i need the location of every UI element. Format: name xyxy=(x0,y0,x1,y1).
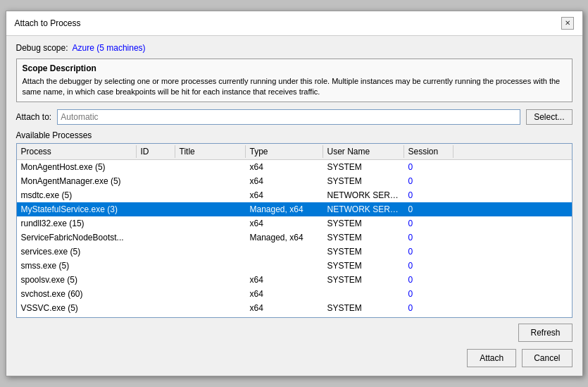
table-cell: x64 xyxy=(246,302,323,314)
table-row[interactable]: msdtc.exe (5)x64NETWORK SERVICE0 xyxy=(17,188,572,202)
cancel-button[interactable]: Cancel xyxy=(522,349,572,367)
table-cell xyxy=(175,175,246,188)
table-cell: svchost.exe (60) xyxy=(17,288,137,300)
table-cell: 0 xyxy=(404,316,453,317)
table-cell: MonAgentHost.exe (5) xyxy=(17,161,137,173)
table-cell xyxy=(137,161,175,173)
table-cell: 0 xyxy=(404,245,453,258)
table-row[interactable]: MyStatefulService.exe (3)Managed, x64NET… xyxy=(17,202,572,216)
table-cell: MyStatefulService.exe (3) xyxy=(17,203,137,216)
table-cell xyxy=(137,288,175,300)
table-cell: 0 xyxy=(404,203,453,216)
table-row[interactable]: rundll32.exe (15)x64SYSTEM0 xyxy=(17,216,572,231)
table-row[interactable]: MonAgentHost.exe (5)x64SYSTEM0 xyxy=(17,160,572,174)
table-cell: msdtc.exe (5) xyxy=(17,189,137,202)
bottom-buttons: Attach Cancel xyxy=(16,349,573,367)
table-cell xyxy=(246,245,323,258)
debug-scope-value: Azure (5 machines) xyxy=(73,43,146,53)
title-bar: Attach to Process ✕ xyxy=(6,11,582,36)
table-cell: SYSTEM xyxy=(323,175,404,188)
table-cell xyxy=(175,161,246,173)
table-row[interactable]: services.exe (5)SYSTEM0 xyxy=(17,245,572,259)
table-row[interactable]: VSSVC.exe (5)x64SYSTEM0 xyxy=(17,301,572,315)
table-cell: NETWORK SERVICE xyxy=(323,189,404,202)
table-body[interactable]: MonAgentHost.exe (5)x64SYSTEM0MonAgentMa… xyxy=(17,160,572,317)
col-username[interactable]: User Name xyxy=(323,145,404,158)
table-cell xyxy=(137,274,175,286)
col-title[interactable]: Title xyxy=(175,145,246,158)
col-id[interactable]: ID xyxy=(137,145,175,158)
table-cell: rundll32.exe (15) xyxy=(17,217,137,230)
table-cell: 0 xyxy=(404,217,453,230)
table-cell: SYSTEM xyxy=(323,316,404,317)
available-processes-label: Available Processes xyxy=(16,130,573,140)
dialog-body: Debug scope: Azure (5 machines) Scope De… xyxy=(6,36,582,376)
attach-to-process-dialog: Attach to Process ✕ Debug scope: Azure (… xyxy=(6,11,583,377)
process-table: Process ID Title Type User Name Session … xyxy=(16,143,573,318)
table-cell: 0 xyxy=(404,302,453,314)
table-cell: SYSTEM xyxy=(323,231,404,244)
table-cell xyxy=(137,316,175,317)
col-session[interactable]: Session xyxy=(404,145,453,158)
table-cell: NETWORK SERVICE xyxy=(323,203,404,216)
table-cell xyxy=(175,217,246,230)
table-cell: 0 xyxy=(404,175,453,188)
table-cell: Managed, x64 xyxy=(246,203,323,216)
scope-description-title: Scope Description xyxy=(23,63,566,73)
debug-scope-label: Debug scope: xyxy=(16,43,68,53)
table-cell: smss.exe (5) xyxy=(17,259,137,272)
table-cell: 0 xyxy=(404,231,453,244)
table-cell: 0 xyxy=(404,161,453,173)
table-row[interactable]: smss.exe (5)SYSTEM0 xyxy=(17,259,572,273)
table-cell: VSSVC.exe (5) xyxy=(17,302,137,314)
table-cell xyxy=(137,217,175,230)
table-cell: x64 xyxy=(246,274,323,286)
table-cell: WaAppAgent.exe (5) xyxy=(17,316,137,317)
scope-description-box: Scope Description Attach the debugger by… xyxy=(16,59,573,103)
table-cell: MonAgentManager.exe (5) xyxy=(17,175,137,188)
table-cell: 0 xyxy=(404,259,453,272)
table-cell: SYSTEM xyxy=(323,161,404,173)
table-cell xyxy=(175,245,246,258)
attach-to-input[interactable] xyxy=(57,109,520,125)
table-row[interactable]: WaAppAgent.exe (5)Managed, x64SYSTEM0 xyxy=(17,315,572,317)
table-cell xyxy=(137,259,175,272)
table-row[interactable]: MonAgentManager.exe (5)x64SYSTEM0 xyxy=(17,174,572,188)
table-cell xyxy=(323,288,404,300)
scope-description-text: Attach the debugger by selecting one or … xyxy=(23,76,566,98)
close-button[interactable]: ✕ xyxy=(561,17,574,30)
table-cell xyxy=(175,316,246,317)
col-scrollbar-spacer xyxy=(453,145,465,158)
table-cell xyxy=(137,231,175,244)
table-cell: x64 xyxy=(246,217,323,230)
table-cell: SYSTEM xyxy=(323,302,404,314)
refresh-area: Refresh xyxy=(16,324,573,342)
table-cell xyxy=(137,175,175,188)
table-header: Process ID Title Type User Name Session xyxy=(17,144,572,160)
table-row[interactable]: svchost.exe (60)x640 xyxy=(17,287,572,301)
table-row[interactable]: ServiceFabricNodeBootst...Managed, x64SY… xyxy=(17,231,572,245)
table-cell: 0 xyxy=(404,274,453,286)
table-row[interactable]: spoolsv.exe (5)x64SYSTEM0 xyxy=(17,273,572,287)
table-cell: services.exe (5) xyxy=(17,245,137,258)
table-cell: SYSTEM xyxy=(323,259,404,272)
attach-button[interactable]: Attach xyxy=(467,349,516,367)
select-button[interactable]: Select... xyxy=(526,109,572,125)
table-cell: x64 xyxy=(246,288,323,300)
col-type[interactable]: Type xyxy=(246,145,323,158)
table-cell: x64 xyxy=(246,189,323,202)
col-process[interactable]: Process xyxy=(17,145,137,158)
table-cell xyxy=(175,288,246,300)
attach-to-row: Attach to: Select... xyxy=(16,109,573,125)
table-cell: x64 xyxy=(246,175,323,188)
table-cell: SYSTEM xyxy=(323,274,404,286)
table-cell: Managed, x64 xyxy=(246,316,323,317)
table-cell: Managed, x64 xyxy=(246,231,323,244)
attach-to-label: Attach to: xyxy=(16,112,52,122)
table-cell xyxy=(175,302,246,314)
table-cell: 0 xyxy=(404,288,453,300)
refresh-button[interactable]: Refresh xyxy=(518,324,572,342)
table-cell: 0 xyxy=(404,189,453,202)
table-cell xyxy=(137,189,175,202)
table-cell xyxy=(175,274,246,286)
